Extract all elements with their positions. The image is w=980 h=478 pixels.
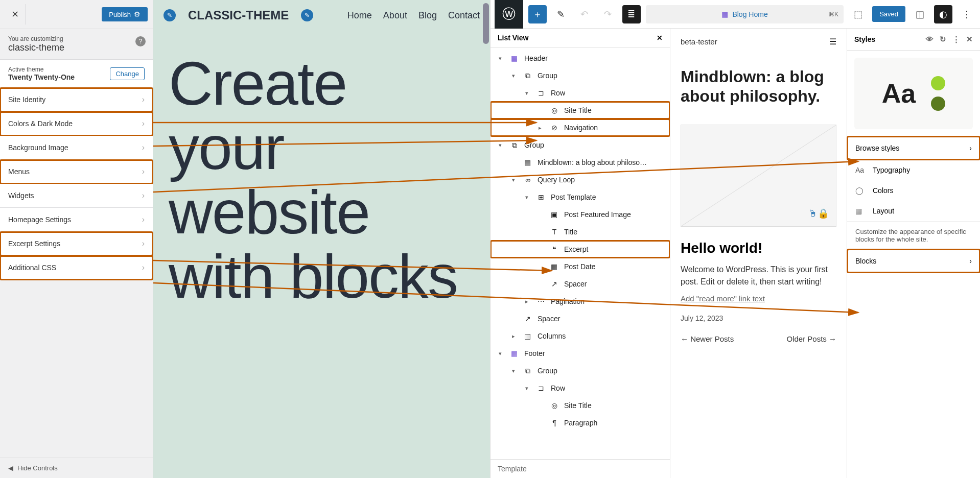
- image-lock-icon: 🖱🔒: [808, 208, 829, 219]
- tree-row[interactable]: ▾⊐Row: [491, 84, 670, 102]
- customizer-item-background-image[interactable]: Background Image›: [0, 136, 153, 160]
- tree-label: Group: [524, 141, 544, 149]
- tree-post-template[interactable]: ▾⊞Post Template: [491, 188, 670, 206]
- tree-footer[interactable]: ▾▦Footer: [491, 345, 670, 362]
- menu-icon[interactable]: ☰: [829, 37, 836, 46]
- blocks-item[interactable]: Blocks ›: [847, 249, 980, 273]
- tree-group[interactable]: ▾⧉Group: [491, 136, 670, 154]
- tree-paragraph[interactable]: ¶Paragraph: [491, 414, 670, 432]
- undo-button[interactable]: ↶: [575, 5, 594, 23]
- eye-icon[interactable]: 👁: [926, 35, 934, 44]
- customizer-item-additional-css[interactable]: Additional CSS›: [0, 256, 153, 280]
- customizer-item-colors-dark-mode[interactable]: Colors & Dark Mode›: [0, 112, 153, 136]
- tree-label: Spacer: [564, 280, 587, 288]
- customizer-item-site-identity[interactable]: Site Identity›: [0, 88, 153, 112]
- layout-icon: ▦: [855, 207, 867, 215]
- layout-item[interactable]: ▦ Layout: [847, 201, 980, 221]
- tree-group[interactable]: ▾⧉Group: [491, 362, 670, 379]
- tree-query-loop[interactable]: ▾∞Query Loop: [491, 171, 670, 188]
- options-menu[interactable]: ⋮: [958, 5, 976, 23]
- canvas-post-date[interactable]: July 12, 2023: [670, 309, 847, 327]
- colors-item[interactable]: ◯ Colors: [847, 180, 980, 201]
- add-block-button[interactable]: ＋: [528, 5, 547, 23]
- active-theme-value: Twenty Twenty-One: [8, 73, 75, 81]
- featured-image-placeholder[interactable]: 🖱🔒: [681, 125, 836, 227]
- canvas-heading[interactable]: Mindblown: a blog about philosophy.: [670, 55, 847, 118]
- close-list-view[interactable]: ✕: [657, 34, 663, 42]
- nav-link-blog[interactable]: Blog: [418, 10, 437, 21]
- revisions-icon[interactable]: ↻: [940, 35, 946, 44]
- publish-button[interactable]: Publish ⚙: [102, 7, 148, 21]
- canvas-site-title[interactable]: beta-tester: [681, 37, 717, 46]
- saved-button[interactable]: Saved: [872, 6, 905, 22]
- styles-toggle[interactable]: ◐: [934, 5, 952, 23]
- older-posts-link[interactable]: Older Posts →: [786, 334, 836, 343]
- browse-styles[interactable]: Browse styles ›: [847, 136, 980, 160]
- tree-post-featured-image[interactable]: ▣Post Featured Image: [491, 206, 670, 223]
- caret-icon: ▸: [522, 298, 531, 305]
- chevron-right-icon: ›: [142, 239, 145, 248]
- list-view-title: List View: [498, 34, 528, 42]
- tree-post-date[interactable]: ▦Post Date: [491, 258, 670, 275]
- command-bar[interactable]: ▦ Blog Home ⌘K: [646, 5, 844, 23]
- item-label: Background Image: [8, 144, 68, 152]
- read-more-link[interactable]: Add "read more" link text: [670, 288, 847, 309]
- newer-posts-link[interactable]: ← Newer Posts: [681, 334, 734, 343]
- view-button[interactable]: ⬚: [849, 5, 867, 23]
- styles-description: Customize the appearance of specific blo…: [847, 221, 980, 249]
- block-icon: T: [549, 226, 560, 237]
- change-theme-button[interactable]: Change: [110, 67, 145, 80]
- preview-site-title[interactable]: CLASSIC-THEME: [188, 8, 289, 22]
- help-icon[interactable]: ?: [135, 36, 146, 46]
- wp-logo[interactable]: ⓦ: [495, 0, 523, 29]
- tree-header[interactable]: ▾▦Header: [491, 50, 670, 67]
- tree-spacer[interactable]: ↗Spacer: [491, 275, 670, 293]
- list-view-toggle[interactable]: ≣: [622, 5, 641, 23]
- styles-panel: Styles 👁 ↻ ⋮ ✕ Aa Browse styles ›: [847, 29, 980, 478]
- close-styles[interactable]: ✕: [966, 35, 973, 44]
- tree-label: Pagination: [551, 297, 585, 305]
- block-icon: ⊞: [535, 192, 547, 203]
- preview-hero-text: Create your website with blocks: [153, 31, 490, 329]
- colors-label: Colors: [873, 186, 893, 195]
- tree-label: Query Loop: [538, 176, 575, 184]
- edit-shortcut-icon[interactable]: ✎: [164, 9, 176, 21]
- typography-item[interactable]: Aa Typography: [847, 160, 980, 180]
- tree-excerpt[interactable]: ❝Excerpt: [491, 241, 670, 258]
- editor-canvas[interactable]: beta-tester ☰ Mindblown: a blog about ph…: [670, 29, 847, 478]
- nav-link-about[interactable]: About: [383, 10, 407, 21]
- redo-button[interactable]: ↷: [599, 5, 617, 23]
- tree-row[interactable]: ▾⊐Row: [491, 379, 670, 397]
- nav-link-contact[interactable]: Contact: [448, 10, 480, 21]
- tools-button[interactable]: ✎: [552, 5, 570, 23]
- canvas-post-title[interactable]: Hello world!: [670, 233, 847, 264]
- styles-options-icon[interactable]: ⋮: [952, 35, 960, 44]
- tree-spacer[interactable]: ↗Spacer: [491, 310, 670, 327]
- list-view-panel: List View ✕ ▾▦Header▾⧉Group▾⊐Row◎Site Ti…: [491, 29, 670, 478]
- chevron-right-icon: ›: [969, 144, 972, 152]
- hide-controls[interactable]: ◀ Hide Controls: [0, 458, 153, 478]
- tree-group[interactable]: ▾⧉Group: [491, 67, 670, 84]
- tree-site-title[interactable]: ◎Site Title: [491, 102, 670, 119]
- tree-title[interactable]: TTitle: [491, 223, 670, 241]
- customizer-item-menus[interactable]: Menus›: [0, 160, 153, 184]
- nav-link-home[interactable]: Home: [347, 10, 372, 21]
- tree-navigation[interactable]: ▸⊘Navigation: [491, 119, 670, 136]
- close-customizer[interactable]: ✕: [5, 4, 26, 25]
- preview-scrollbar[interactable]: [483, 3, 489, 44]
- caret-icon: ▾: [522, 385, 531, 392]
- tree-site-title[interactable]: ◎Site Title: [491, 397, 670, 414]
- edit-shortcut-icon[interactable]: ✎: [301, 9, 313, 21]
- tree-pagination[interactable]: ▸⋯Pagination: [491, 293, 670, 310]
- canvas-excerpt[interactable]: Welcome to WordPress. This is your first…: [670, 264, 847, 288]
- customizer-item-excerpt-settings[interactable]: Excerpt Settings›: [0, 232, 153, 256]
- tree-label: Site Title: [564, 106, 592, 114]
- tree-columns[interactable]: ▸▥Columns: [491, 327, 670, 345]
- customizer-preview: ✎ CLASSIC-THEME ✎ HomeAboutBlogContact C…: [153, 0, 490, 478]
- customizer-item-homepage-settings[interactable]: Homepage Settings›: [0, 208, 153, 232]
- tree-mindblown-a-blog-about-philoso-[interactable]: ▤Mindblown: a blog about philoso…: [491, 154, 670, 171]
- template-footer-label[interactable]: Template: [491, 459, 670, 478]
- settings-toggle[interactable]: ◫: [911, 5, 929, 23]
- caret-icon: ▸: [535, 125, 545, 131]
- customizer-item-widgets[interactable]: Widgets›: [0, 184, 153, 208]
